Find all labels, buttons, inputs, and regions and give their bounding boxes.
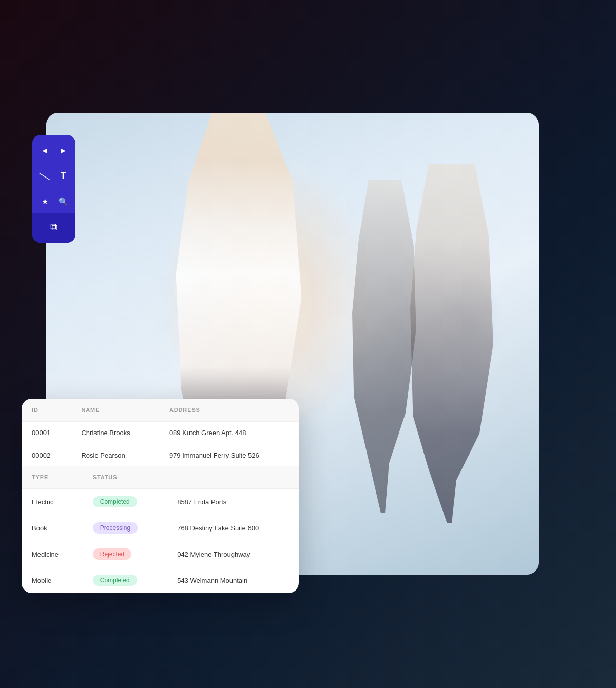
toolbar-widget: ◄ ◄ ╲ T ★ 🔍 ⧉	[32, 135, 75, 243]
data-table-card: ID NAME ADDRESS 00001 Christine Brooks 0…	[22, 399, 299, 593]
cell-name: Rosie Pearson	[71, 444, 159, 467]
cell-address: 979 Immanuel Ferry Suite 526	[159, 444, 299, 467]
cell-id: 00001	[22, 422, 71, 444]
col-header-type: TYPE	[22, 466, 83, 489]
cell-status: Completed	[83, 489, 167, 515]
cell-status: Rejected	[83, 541, 167, 567]
col-header-name: NAME	[71, 399, 159, 422]
cell-type: Electric	[22, 489, 83, 515]
cell-address5: 042 Mylene Throughway	[167, 541, 299, 567]
table-row: 00002 Rosie Pearson 979 Immanuel Ferry S…	[22, 444, 299, 467]
arrow-left-tool[interactable]: ◄	[35, 138, 54, 164]
table-row: Mobile Completed 543 Weimann Mountain	[22, 567, 299, 594]
table-row: Medicine Rejected 042 Mylene Throughway	[22, 541, 299, 567]
cell-type: Book	[22, 515, 83, 541]
cell-address3: 8587 Frida Ports	[167, 489, 299, 515]
table-row: Electric Completed 8587 Frida Ports	[22, 489, 299, 515]
layers-tool[interactable]: ⧉	[35, 214, 72, 240]
arrow-right-tool[interactable]: ◄	[54, 138, 72, 164]
cell-status: Processing	[83, 515, 167, 541]
cell-type: Medicine	[22, 541, 83, 567]
cell-address: 089 Kutch Green Apt. 448	[159, 422, 299, 444]
col-header-status: STATUS	[83, 466, 167, 489]
status-badge-completed2: Completed	[93, 575, 137, 586]
star-tool[interactable]: ★	[35, 189, 54, 214]
status-badge-processing: Processing	[93, 522, 138, 534]
cell-address4: 768 Destiny Lake Suite 600	[167, 515, 299, 541]
cell-address6: 543 Weimann Mountain	[167, 567, 299, 594]
col-header-address: ADDRESS	[159, 399, 299, 422]
search-tool[interactable]: 🔍	[54, 189, 72, 214]
col-header-id: ID	[22, 399, 71, 422]
status-badge-rejected: Rejected	[93, 548, 131, 560]
cell-id: 00002	[22, 444, 71, 467]
data-table: ID NAME ADDRESS 00001 Christine Brooks 0…	[22, 399, 299, 466]
table-row: Book Processing 768 Destiny Lake Suite 6…	[22, 515, 299, 541]
cell-status: Completed	[83, 567, 167, 594]
cell-name: Christine Brooks	[71, 422, 159, 444]
text-tool[interactable]: T	[54, 164, 72, 189]
cell-type: Mobile	[22, 567, 83, 594]
table-row: 00001 Christine Brooks 089 Kutch Green A…	[22, 422, 299, 444]
status-badge-completed: Completed	[93, 496, 137, 507]
data-table-part2: TYPE STATUS ADDRESS Electric Completed 8…	[22, 466, 299, 593]
